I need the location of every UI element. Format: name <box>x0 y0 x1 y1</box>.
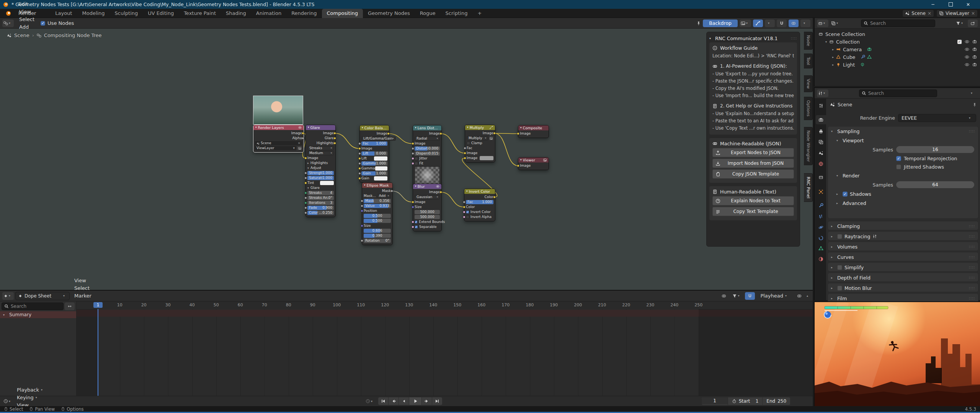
backdrop-button[interactable]: Backdrop <box>703 20 738 27</box>
node-socket[interactable] <box>517 164 519 167</box>
subpanel-shadows[interactable]: ▸✓Shadows <box>828 189 978 198</box>
node-dropdown[interactable]: Streaks▾ <box>307 146 334 150</box>
render-layer-icon-button[interactable] <box>297 146 302 150</box>
collapse-icon[interactable]: ▾ <box>520 159 522 161</box>
panel-raytracing[interactable]: ▸Raytracing:::: <box>828 231 978 241</box>
node-viewer[interactable]: ▾ViewerImage <box>518 157 549 170</box>
collapse-header-icon[interactable]: ▴ <box>807 294 810 298</box>
checkbox[interactable] <box>467 141 470 145</box>
node-socket[interactable] <box>333 142 336 145</box>
node-socket[interactable] <box>517 132 519 135</box>
clamp-chart-icon[interactable] <box>489 136 493 140</box>
panel-checkbox[interactable] <box>837 286 842 291</box>
collapse-icon[interactable]: ▾ <box>255 126 257 129</box>
node-socket[interactable] <box>304 157 307 159</box>
outliner-row-camera[interactable]: ▸Camera <box>815 46 980 53</box>
node-socket[interactable] <box>412 152 414 155</box>
panel-header-depth-of-field[interactable]: ▸Depth of Field:::: <box>828 273 978 282</box>
playhead-dropdown[interactable]: Playhead▾ <box>757 292 792 300</box>
workspace-tab-uv-editing[interactable]: UV Editing <box>143 9 179 18</box>
panel-chevron[interactable]: ▾ <box>831 130 835 133</box>
panel-motion-blur[interactable]: ▸Motion Blur:::: <box>828 283 978 292</box>
dope-sheet-type-button[interactable]: ▾ <box>2 292 14 300</box>
eye-icon[interactable] <box>298 126 302 129</box>
node-socket[interactable] <box>464 147 466 150</box>
panel-chevron[interactable]: ▸ <box>831 286 835 290</box>
panel-checkbox[interactable]: ✓ <box>843 192 848 197</box>
node-socket[interactable] <box>412 147 414 150</box>
transport-next-keyframe[interactable] <box>422 397 432 405</box>
playhead-line[interactable] <box>98 309 98 396</box>
proportional-edit-button[interactable] <box>719 292 729 300</box>
playback-menu-keying[interactable]: Keying▾ <box>14 393 48 401</box>
properties-tab-view-layer[interactable] <box>816 137 826 146</box>
node-header-blur[interactable]: ▾Blur <box>413 184 441 189</box>
node-socket[interactable] <box>304 192 307 194</box>
snap-button[interactable] <box>777 20 787 27</box>
node-socket[interactable] <box>464 157 466 159</box>
node-socket[interactable] <box>439 132 442 135</box>
properties-tab-output[interactable] <box>816 127 826 136</box>
overlays-menu[interactable]: ▾ <box>800 20 810 27</box>
node-header-invert-color[interactable]: ▾Invert Color <box>464 189 495 194</box>
expander-icon[interactable]: ▸ <box>832 55 836 59</box>
node-socket[interactable] <box>304 211 307 214</box>
scene-selector[interactable]: Scene× <box>255 141 302 145</box>
node-socket[interactable] <box>304 206 307 209</box>
node-slider[interactable]: Gain1.000 <box>361 171 387 176</box>
properties-tab-tool[interactable] <box>816 101 826 110</box>
checkbox[interactable] <box>415 162 418 165</box>
collapse-icon[interactable]: ▾ <box>362 127 363 129</box>
properties-tab-scene[interactable] <box>816 148 826 158</box>
rnc-button-explain-nodes-to-text[interactable]: Explain Nodes to Text <box>712 196 794 205</box>
node-socket[interactable] <box>412 162 414 165</box>
panel-header-motion-blur[interactable]: ▸Motion Blur:::: <box>828 283 978 293</box>
sidebar-tab-view[interactable]: View <box>804 75 813 92</box>
node-lens-distortion[interactable]: ▾Lens DistortionImageRadial▾ImageDistort… <box>413 125 442 187</box>
properties-type-button[interactable]: ▾ <box>817 89 828 97</box>
panel-curves[interactable]: ▸Curves:::: <box>828 252 978 261</box>
expander-icon[interactable]: ▾ <box>825 40 829 44</box>
node-value-field[interactable]: Rotation0° <box>364 239 391 243</box>
node-header-glare[interactable]: ▾Glare <box>306 125 335 130</box>
panel-chevron[interactable]: ▸ <box>831 245 835 249</box>
checkbox[interactable]: ✓ <box>896 156 901 161</box>
node-value-field[interactable]: 0.390 <box>364 234 391 238</box>
node-socket[interactable] <box>358 172 361 175</box>
playback-sync-toggle[interactable]: ▾ <box>364 397 376 405</box>
viewport-check-temporal-reprojection[interactable]: ✓Temporal Reprojection <box>828 154 978 163</box>
node-socket[interactable] <box>463 216 466 218</box>
checkbox[interactable] <box>415 157 418 160</box>
node-slider[interactable]: Mask0.356 <box>364 199 391 203</box>
outliner-row-collection[interactable]: ▾Collection✓ <box>815 38 980 46</box>
node-editor-menu-select[interactable]: Select <box>16 16 38 23</box>
properties-tab-particles[interactable] <box>816 212 826 221</box>
node-header-color-balance[interactable]: ▾Color Balance <box>360 125 389 130</box>
workspace-tab-sculpting[interactable]: Sculpting <box>110 9 143 18</box>
properties-tab-physics[interactable] <box>816 223 826 232</box>
properties-tab-collection[interactable] <box>816 172 826 182</box>
channel-summary[interactable]: ▾Summary <box>0 311 76 318</box>
sidebar-tab-tool[interactable]: Tool <box>804 54 813 68</box>
node-socket[interactable] <box>304 182 307 184</box>
node-socket[interactable] <box>463 201 466 203</box>
panel-chevron[interactable]: ▸ <box>831 224 835 228</box>
node-socket[interactable] <box>358 142 361 145</box>
node-socket[interactable] <box>493 132 496 135</box>
rnc-button-import-nodes-from-json[interactable]: Import Nodes from JSON <box>712 159 794 168</box>
checkbox[interactable] <box>466 215 469 219</box>
exclude-checkbox[interactable]: ✓ <box>957 40 962 44</box>
node-socket[interactable] <box>361 205 363 207</box>
workspace-tab-texture-paint[interactable]: Texture Paint <box>179 9 221 18</box>
node-socket[interactable] <box>304 177 307 179</box>
node-socket[interactable] <box>333 132 336 135</box>
render-engine-dropdown[interactable]: EEVEE▾ <box>898 114 976 122</box>
use-nodes-checkbox[interactable]: ✓ Use Nodes <box>38 20 77 27</box>
link-drag-menu[interactable]: ▾ <box>765 20 775 27</box>
current-frame-badge[interactable]: 1 <box>93 302 103 308</box>
node-socket[interactable] <box>412 142 414 145</box>
properties-search[interactable]: Search <box>859 89 937 97</box>
menu-edit[interactable]: Edit <box>15 0 42 9</box>
properties-tab-material[interactable] <box>816 254 826 263</box>
node-socket[interactable] <box>361 224 363 227</box>
